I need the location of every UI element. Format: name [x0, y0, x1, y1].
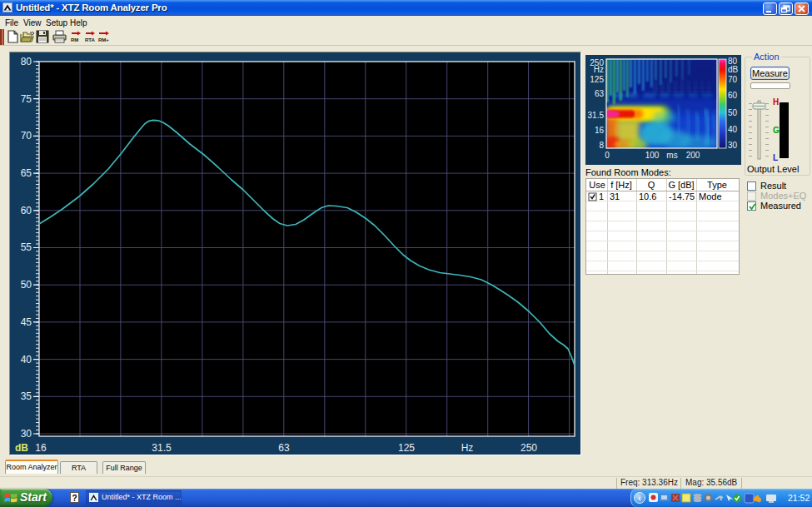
svg-text:70: 70 — [728, 75, 738, 84]
svg-text:L: L — [773, 153, 778, 162]
svg-text:RM: RM — [71, 37, 78, 42]
svg-text:-14.75: -14.75 — [669, 191, 695, 201]
svg-text:G [dB]: G [dB] — [668, 180, 694, 190]
svg-text:50: 50 — [21, 279, 32, 291]
svg-text:Use: Use — [589, 180, 605, 190]
svg-text:60: 60 — [728, 91, 738, 100]
svg-text:1: 1 — [599, 191, 604, 201]
svg-text:65: 65 — [21, 167, 32, 179]
svg-text:10.6: 10.6 — [639, 191, 656, 201]
svg-text:60: 60 — [21, 205, 32, 216]
svg-text:100: 100 — [645, 151, 660, 160]
svg-text:ms: ms — [666, 151, 677, 160]
svg-text:250: 250 — [521, 442, 537, 454]
svg-text:63: 63 — [278, 442, 290, 454]
svg-text:RM+: RM+ — [98, 37, 109, 42]
svg-text:200: 200 — [686, 151, 700, 160]
svg-text:50: 50 — [728, 108, 738, 117]
svg-text:H: H — [773, 97, 779, 107]
svg-text:75: 75 — [21, 93, 32, 105]
svg-text:G: G — [773, 126, 780, 135]
svg-text:80: 80 — [21, 56, 32, 67]
svg-text:63: 63 — [595, 89, 605, 98]
svg-text:31.5: 31.5 — [588, 111, 605, 120]
svg-text:40: 40 — [21, 354, 32, 365]
svg-text:16: 16 — [595, 126, 605, 135]
svg-text:8: 8 — [599, 141, 604, 150]
svg-text:125: 125 — [398, 442, 415, 454]
svg-text:Hz: Hz — [461, 442, 474, 454]
svg-text:31.5: 31.5 — [152, 442, 172, 454]
svg-text:70: 70 — [21, 130, 32, 142]
svg-text:dB: dB — [15, 442, 28, 454]
svg-text:31: 31 — [610, 191, 620, 201]
svg-text:Mode: Mode — [699, 191, 722, 201]
svg-text:35: 35 — [21, 390, 32, 402]
svg-text:16: 16 — [35, 442, 47, 454]
svg-text:30: 30 — [728, 141, 738, 150]
svg-text:30: 30 — [21, 428, 32, 440]
svg-text:Hz: Hz — [594, 65, 604, 74]
svg-text:f [Hz]: f [Hz] — [610, 180, 632, 190]
svg-text:125: 125 — [590, 75, 604, 84]
svg-text:Q: Q — [648, 180, 655, 190]
svg-text:40: 40 — [728, 125, 738, 134]
svg-text:45: 45 — [21, 316, 32, 328]
svg-text:RTA: RTA — [85, 37, 96, 42]
svg-text:0: 0 — [605, 151, 610, 160]
svg-text:55: 55 — [21, 241, 32, 253]
svg-text:Type: Type — [707, 180, 727, 190]
svg-text:dB: dB — [728, 65, 739, 74]
